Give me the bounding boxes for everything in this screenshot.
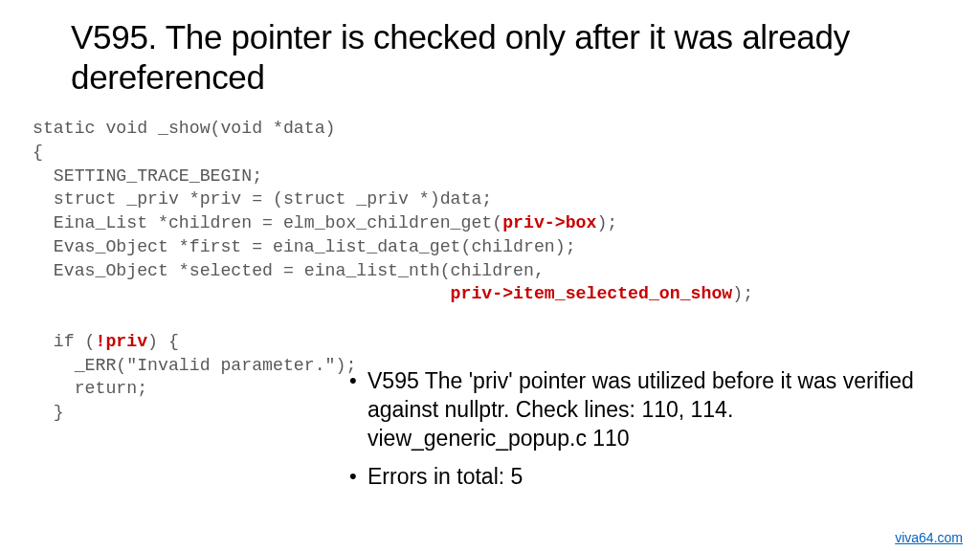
code-line: SETTING_TRACE_BEGIN; bbox=[33, 166, 262, 186]
code-highlight: !priv bbox=[96, 332, 148, 351]
code-text: ) { bbox=[147, 332, 179, 351]
slide: V595. The pointer is checked only after … bbox=[0, 0, 980, 551]
code-line: Eina_List *children = elm_box_children_g… bbox=[33, 213, 502, 232]
code-line: static void _show(void *data) bbox=[33, 119, 336, 138]
code-highlight: priv->item_selected_on_show bbox=[451, 284, 733, 303]
code-pad bbox=[33, 284, 451, 303]
code-text: ); bbox=[732, 284, 753, 303]
bullet-item: Errors in total: 5 bbox=[346, 463, 930, 492]
code-text: ); bbox=[596, 213, 617, 232]
code-line: struct _priv *priv = (struct _priv *)dat… bbox=[33, 189, 492, 209]
code-line: Evas_Object *selected = eina_list_nth(ch… bbox=[33, 261, 545, 280]
bullet-item: V595 The 'priv' pointer was utilized bef… bbox=[346, 367, 930, 453]
code-line: { bbox=[33, 143, 43, 162]
code-line: } bbox=[33, 403, 64, 422]
code-line: if ( bbox=[33, 332, 96, 351]
code-line: return; bbox=[33, 379, 147, 398]
footer-link[interactable]: viva64.com bbox=[895, 530, 963, 545]
slide-title: V595. The pointer is checked only after … bbox=[71, 17, 942, 98]
code-line: Evas_Object *first = eina_list_data_get(… bbox=[33, 237, 576, 256]
code-highlight: priv->box bbox=[502, 213, 596, 232]
bullet-list: V595 The 'priv' pointer was utilized bef… bbox=[346, 367, 930, 501]
code-line: _ERR("Invalid parameter."); bbox=[33, 356, 356, 375]
